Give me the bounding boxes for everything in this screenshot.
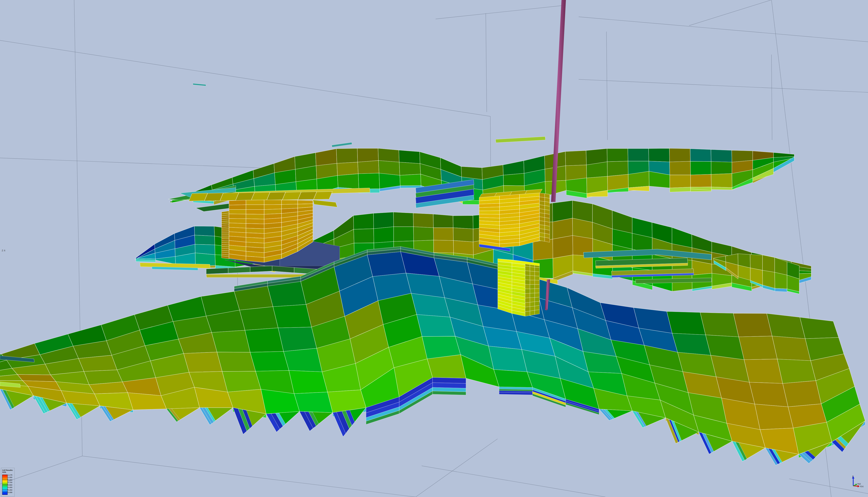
svg-text:E(x): E(x) [860,485,864,487]
svg-text:N(y): N(y) [857,483,861,485]
svg-text:Z: Z [852,475,853,478]
